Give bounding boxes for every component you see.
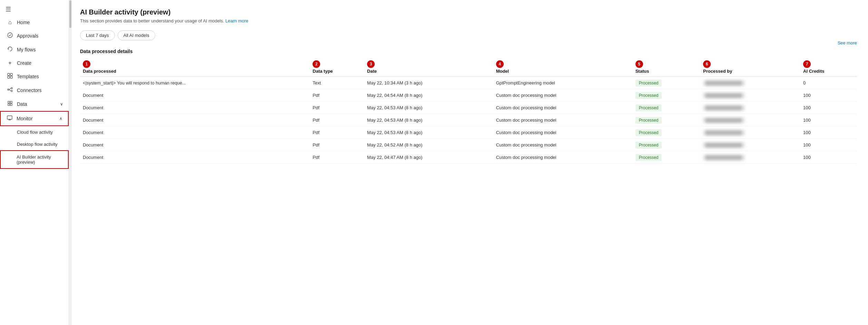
table-row[interactable]: DocumentPdfMay 22, 04:53 AM (8 h ago)Cus… (80, 114, 857, 126)
status-badge: Processed (635, 129, 662, 136)
col-label-status: Status (635, 69, 649, 74)
table-row[interactable]: DocumentPdfMay 22, 04:53 AM (8 h ago)Cus… (80, 126, 857, 139)
processed-by-value: ██████████ (703, 118, 745, 123)
cell-data-type: Text (310, 77, 364, 89)
col-badge-1: 1 (83, 60, 90, 68)
sidebar-item-label: Approvals (17, 33, 38, 39)
cell-processed-by: ██████████ (700, 89, 800, 102)
col-label-date: Date (367, 69, 377, 74)
filter-last-7-days[interactable]: Last 7 days (80, 30, 115, 40)
cell-data-processed: Document (80, 151, 310, 164)
status-badge: Processed (635, 104, 662, 111)
cell-date: May 22, 04:53 AM (8 h ago) (364, 102, 493, 114)
sidebar-item-home[interactable]: ⌂ Home (0, 16, 69, 29)
sidebar-item-cloud-flow-activity[interactable]: Cloud flow activity (0, 126, 69, 138)
cell-processed-by: ██████████ (700, 102, 800, 114)
cell-status: Processed (633, 114, 700, 126)
sidebar-item-my-flows[interactable]: My flows (0, 43, 69, 57)
hamburger-icon: ☰ (6, 6, 11, 13)
svg-rect-3 (8, 76, 10, 78)
monitor-icon (6, 115, 13, 122)
status-badge: Processed (635, 92, 662, 99)
cell-data-processed: Document (80, 126, 310, 139)
table-header-row: 1 Data processed 2 Data type 3 Date (80, 57, 857, 77)
cell-model: Custom doc processing model (493, 151, 633, 164)
svg-point-0 (8, 33, 12, 38)
cell-data-type: Pdf (310, 114, 364, 126)
cell-model: Custom doc processing model (493, 102, 633, 114)
sidebar-item-templates[interactable]: Templates (0, 70, 69, 83)
processed-by-value: ██████████ (703, 142, 745, 148)
main-content: AI Builder activity (preview) This secti… (69, 0, 868, 325)
filter-all-ai-models[interactable]: All AI models (118, 30, 155, 40)
sidebar-item-label: Home (17, 20, 30, 25)
col-label-data-processed: Data processed (83, 69, 116, 74)
svg-rect-1 (8, 73, 10, 75)
col-header-status: 5 Status (633, 57, 700, 77)
cell-date: May 22, 04:47 AM (8 h ago) (364, 151, 493, 164)
monitor-chevron-icon: ∧ (59, 116, 62, 121)
sidebar-item-connectors[interactable]: Connectors (0, 83, 69, 97)
cell-data-type: Pdf (310, 89, 364, 102)
filter-bar: Last 7 days All AI models (80, 30, 857, 40)
status-badge: Processed (635, 117, 662, 124)
templates-icon (7, 73, 13, 80)
cell-date: May 22, 04:52 AM (8 h ago) (364, 139, 493, 151)
cell-ai-credits: 100 (800, 151, 857, 164)
svg-rect-12 (7, 116, 12, 119)
processed-by-value: ██████████ (703, 80, 745, 86)
cell-processed-by: ██████████ (700, 114, 800, 126)
col-label-ai-credits: AI Credits (803, 69, 824, 74)
cell-ai-credits: 100 (800, 139, 857, 151)
sidebar-item-approvals[interactable]: Approvals (0, 29, 69, 43)
cell-processed-by: ██████████ (700, 139, 800, 151)
col-header-data-type: 2 Data type (310, 57, 364, 77)
sidebar-item-ai-builder-activity[interactable]: AI Builder activity (preview) (0, 150, 69, 169)
create-icon: + (7, 60, 13, 66)
cell-model: GptPromptEngineering model (493, 77, 633, 89)
table-row[interactable]: <|system_start|> You will respond to hum… (80, 77, 857, 89)
learn-more-link[interactable]: Learn more (225, 18, 248, 23)
see-more-link[interactable]: See more (838, 40, 857, 45)
col-header-data-processed: 1 Data processed (80, 57, 310, 77)
connectors-icon (7, 87, 13, 94)
cell-ai-credits: 100 (800, 126, 857, 139)
data-table: 1 Data processed 2 Data type 3 Date (80, 57, 857, 164)
table-row[interactable]: DocumentPdfMay 22, 04:54 AM (8 h ago)Cus… (80, 89, 857, 102)
cell-ai-credits: 100 (800, 114, 857, 126)
col-badge-6: 6 (703, 60, 711, 68)
svg-point-6 (11, 88, 12, 89)
desktop-flow-activity-label: Desktop flow activity (17, 142, 58, 147)
col-header-date: 3 Date (364, 57, 493, 77)
cell-data-processed: Document (80, 102, 310, 114)
col-badge-2: 2 (313, 60, 320, 68)
col-badge-7: 7 (803, 60, 811, 68)
cell-date: May 22, 10:34 AM (3 h ago) (364, 77, 493, 89)
hamburger-menu[interactable]: ☰ (0, 0, 69, 16)
table-row[interactable]: DocumentPdfMay 22, 04:52 AM (8 h ago)Cus… (80, 139, 857, 151)
processed-by-value: ██████████ (703, 105, 745, 111)
section-header: Data processed details See more (80, 49, 857, 54)
status-badge: Processed (635, 154, 662, 161)
home-icon: ⌂ (7, 19, 13, 26)
sidebar-item-label: Templates (17, 74, 39, 79)
sidebar-item-label: Data (17, 101, 27, 107)
table-row[interactable]: DocumentPdfMay 22, 04:53 AM (8 h ago)Cus… (80, 102, 857, 114)
svg-rect-4 (10, 76, 12, 78)
sidebar-item-monitor[interactable]: Monitor ∧ (0, 111, 69, 126)
cloud-flow-activity-label: Cloud flow activity (17, 130, 53, 135)
cell-processed-by: ██████████ (700, 77, 800, 89)
sidebar-item-desktop-flow-activity[interactable]: Desktop flow activity (0, 138, 69, 150)
sidebar-item-create[interactable]: + Create (0, 57, 69, 70)
cell-model: Custom doc processing model (493, 114, 633, 126)
sidebar-item-data[interactable]: Data ∨ (0, 97, 69, 111)
svg-rect-9 (10, 101, 12, 103)
cell-model: Custom doc processing model (493, 89, 633, 102)
section-title: Data processed details (80, 49, 133, 54)
svg-rect-8 (8, 101, 10, 103)
cell-data-type: Pdf (310, 102, 364, 114)
cell-data-type: Pdf (310, 139, 364, 151)
processed-by-value: ██████████ (703, 93, 745, 98)
cell-status: Processed (633, 139, 700, 151)
table-row[interactable]: DocumentPdfMay 22, 04:47 AM (8 h ago)Cus… (80, 151, 857, 164)
